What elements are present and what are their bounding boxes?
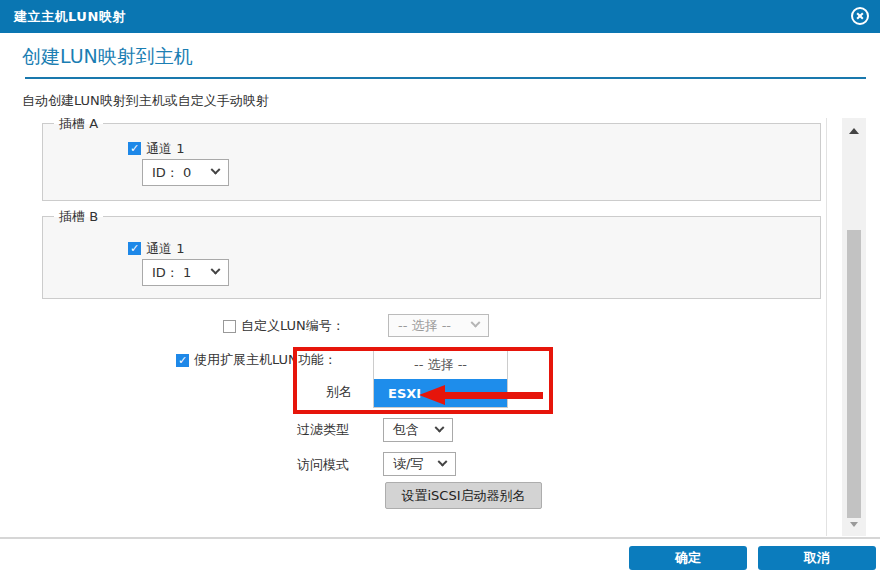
access-mode-select[interactable]: 读/写 xyxy=(383,452,456,476)
slot-a-channel-1-checkbox[interactable] xyxy=(128,142,141,155)
annotation-arrow xyxy=(441,392,543,399)
slot-a-id-value: ID： 0 xyxy=(152,164,191,182)
cancel-button[interactable]: 取消 xyxy=(758,546,876,570)
chevron-down-icon xyxy=(211,165,221,175)
scrollbar-thumb[interactable] xyxy=(847,230,861,518)
slot-a-channel-1-label: 通道 1 xyxy=(146,140,184,158)
slot-b-id-value: ID： 1 xyxy=(152,264,191,282)
scrollbar-up-arrow-icon[interactable] xyxy=(849,128,859,134)
custom-lun-label: 自定义LUN编号： xyxy=(241,317,345,335)
slot-b-id-select[interactable]: ID： 1 xyxy=(142,259,229,286)
custom-lun-select[interactable]: -- 选择 -- xyxy=(388,314,489,337)
group-slot-b-legend: 插槽 B xyxy=(54,208,103,225)
custom-lun-select-value: -- 选择 -- xyxy=(398,317,451,335)
page-subtitle: 自动创建LUN映射到主机或自定义手动映射 xyxy=(22,92,269,110)
ok-button[interactable]: 确定 xyxy=(629,546,747,570)
slot-b-channel-1-label: 通道 1 xyxy=(146,240,184,258)
filter-type-label: 过滤类型 xyxy=(297,421,349,439)
access-mode-label: 访问模式 xyxy=(297,456,349,474)
chevron-down-icon xyxy=(211,265,221,275)
group-slot-a: 插槽 A 通道 1 ID： 0 xyxy=(42,123,821,201)
create-lun-mapping-dialog: 建立主机LUN映射 创建LUN映射到主机 自动创建LUN映射到主机或自定义手动映… xyxy=(0,0,880,578)
chevron-down-icon xyxy=(471,318,481,328)
annotation-arrow-head xyxy=(419,385,445,405)
footer-divider xyxy=(0,537,880,539)
group-slot-a-legend: 插槽 A xyxy=(54,118,103,132)
dialog-titlebar: 建立主机LUN映射 xyxy=(0,0,880,33)
access-mode-value: 读/写 xyxy=(393,455,423,473)
filter-type-select[interactable]: 包含 xyxy=(383,418,453,442)
close-icon[interactable] xyxy=(851,7,869,25)
scroll-content: 插槽 A 通道 1 ID： 0 插槽 B 通道 1 ID： 1 自定义LUN编号… xyxy=(0,118,830,536)
content-right-divider xyxy=(826,118,827,536)
chevron-down-icon xyxy=(438,456,448,466)
group-slot-b: 插槽 B 通道 1 ID： 1 xyxy=(42,216,821,299)
chevron-down-icon xyxy=(435,422,445,432)
custom-lun-checkbox[interactable] xyxy=(223,320,236,333)
dialog-title: 建立主机LUN映射 xyxy=(14,8,126,26)
slot-a-id-select[interactable]: ID： 0 xyxy=(142,159,229,186)
scrollbar-down-arrow-icon[interactable] xyxy=(850,522,858,527)
filter-type-value: 包含 xyxy=(393,421,419,439)
slot-b-channel-1-checkbox[interactable] xyxy=(128,242,141,255)
heading-underline xyxy=(25,77,866,79)
extended-host-lun-checkbox[interactable] xyxy=(176,354,189,367)
page-title: 创建LUN映射到主机 xyxy=(22,44,193,70)
set-iscsi-alias-button[interactable]: 设置iSCSI启动器别名 xyxy=(385,482,542,509)
